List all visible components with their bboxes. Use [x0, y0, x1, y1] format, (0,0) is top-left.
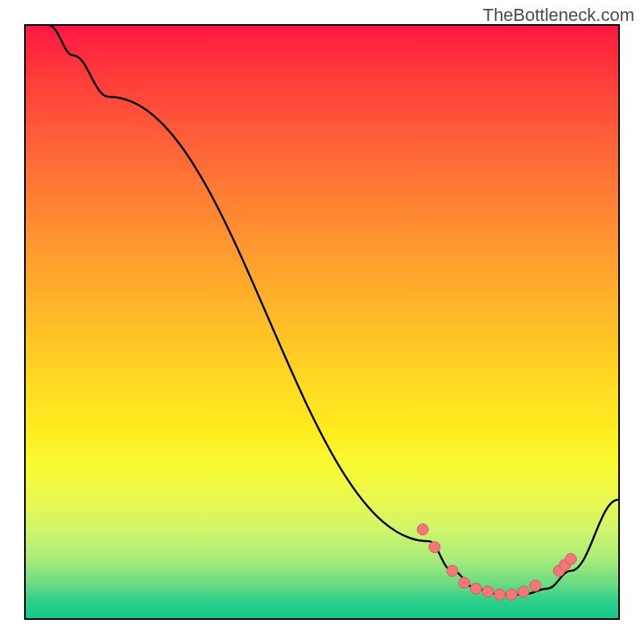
data-point — [565, 553, 576, 564]
curve-layer — [26, 26, 618, 618]
data-point — [518, 586, 529, 597]
curve-group — [49, 26, 618, 595]
data-point — [506, 589, 518, 601]
data-point — [482, 586, 493, 597]
plot-area — [24, 24, 620, 620]
data-point — [494, 589, 506, 601]
data-point — [459, 577, 470, 588]
data-point — [447, 565, 458, 576]
data-point — [530, 580, 541, 592]
data-point — [417, 524, 428, 535]
marker-group — [417, 524, 576, 601]
data-point — [470, 583, 481, 594]
chart-container: TheBottleneck.com — [0, 0, 644, 644]
bottleneck-curve — [49, 26, 618, 595]
watermark-text: TheBottleneck.com — [483, 5, 634, 26]
data-point — [429, 542, 440, 553]
